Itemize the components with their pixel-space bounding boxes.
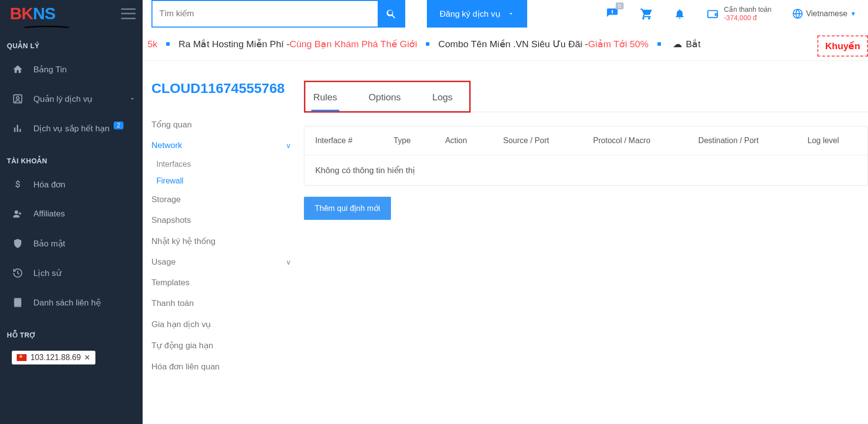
submenu-item-label: Network — [151, 141, 182, 151]
sidebar-item-label: Danh sách liên hệ — [33, 298, 101, 308]
bullet-icon — [426, 42, 429, 46]
svg-point-1 — [16, 96, 19, 99]
group-add-icon — [11, 207, 25, 221]
sidebar-item-label: Hóa đơn — [33, 180, 65, 190]
close-icon[interactable]: ✕ — [84, 353, 90, 362]
sidebar-item-label: Bảo mật — [33, 239, 65, 249]
submenu-item[interactable]: Storage — [151, 189, 304, 210]
sidebar-item-label: Lịch sử — [33, 268, 61, 278]
news-ticker: 5k Ra Mắt Hosting Miễn Phí - Cùng Bạn Kh… — [143, 28, 868, 61]
search-input[interactable] — [151, 0, 378, 28]
submenu-item-label: Templates — [151, 278, 189, 288]
shield-icon — [11, 237, 25, 250]
history-icon — [11, 266, 25, 280]
ticker-item[interactable]: Combo Tên Miền .VN Siêu Ưu Đãi - — [438, 38, 588, 50]
contacts-icon — [11, 296, 25, 309]
account-box-icon — [11, 92, 25, 106]
sidebar-item-label: Affiliates — [33, 209, 65, 219]
submenu-item-label: Gia hạn dịch vụ — [151, 319, 211, 330]
sidebar-section-manage: QUẢN LÝ — [0, 28, 143, 55]
submenu-item[interactable]: Networkv — [151, 135, 304, 156]
home-icon — [11, 62, 25, 76]
submenu-item-label: Hóa đơn liên quan — [151, 362, 220, 372]
cart-icon[interactable] — [639, 7, 653, 21]
service-submenu: Tổng quanNetworkvInterfacesFirewallStora… — [151, 114, 304, 377]
svg-rect-5 — [14, 306, 22, 307]
bullet-icon — [658, 42, 661, 46]
add-rule-button[interactable]: Thêm qui định mới — [304, 197, 391, 220]
sidebar-item-invoices[interactable]: Hóa đơn — [0, 170, 143, 199]
language-label: Vietnamese — [806, 9, 847, 18]
menu-toggle-icon[interactable] — [121, 8, 136, 19]
sidebar-item-expiring[interactable]: Dịch vụ sắp hết hạn 2 — [0, 114, 143, 143]
submenu-item[interactable]: Thanh toán — [151, 293, 304, 314]
svg-rect-3 — [14, 299, 22, 306]
submenu-item[interactable]: Tổng quan — [151, 114, 304, 135]
submenu-item[interactable]: Snapshots — [151, 210, 304, 231]
tab-options[interactable]: Options — [367, 87, 403, 111]
sidebar-item-dashboard[interactable]: Bảng Tin — [0, 55, 143, 84]
search-icon — [386, 8, 397, 20]
column-header: Destination / Port — [688, 126, 797, 155]
top-bar: Đăng ký dịch vụ 0 Cần thanh toán — [143, 0, 868, 28]
ip-address-text: 103.121.88.69 — [30, 353, 81, 362]
ip-address-pill[interactable]: 103.121.88.69 ✕ — [12, 351, 95, 364]
svg-point-2 — [15, 211, 18, 214]
sidebar-item-affiliates[interactable]: Affiliates — [0, 199, 143, 229]
submenu-item[interactable]: Nhật ký hệ thống — [151, 231, 304, 252]
submenu-sub-item[interactable]: Firewall — [156, 173, 304, 189]
submenu-item-label: Tự động gia hạn — [151, 340, 213, 351]
ticker-item[interactable]: Ra Mắt Hosting Miễn Phí - — [179, 38, 290, 50]
sidebar-item-contacts[interactable]: Danh sách liên hệ — [0, 288, 143, 317]
balance-widget[interactable]: Cần thanh toán -374,000 đ — [706, 5, 772, 22]
sidebar-item-label: Bảng Tin — [33, 64, 67, 75]
rules-table: Interface #TypeActionSource / PortProtoc… — [304, 126, 868, 186]
sidebar-item-label: Quản lý dịch vụ — [33, 94, 93, 104]
search-button[interactable] — [378, 0, 405, 28]
expand-icon: v — [287, 258, 290, 266]
submenu-sub-item[interactable]: Interfaces — [156, 156, 304, 173]
chevron-down-icon: ▼ — [850, 10, 856, 17]
bell-icon[interactable] — [674, 8, 686, 20]
submenu-item[interactable]: Usagev — [151, 252, 304, 273]
chart-icon — [11, 121, 25, 135]
submenu-item[interactable]: Gia hạn dịch vụ — [151, 314, 304, 335]
ticker-item[interactable]: Bắt — [686, 38, 701, 50]
submenu-item-label: Storage — [151, 195, 181, 205]
wallet-icon — [706, 7, 719, 20]
logo[interactable]: BKNS — [10, 4, 55, 23]
register-label: Đăng ký dịch vụ — [440, 9, 501, 19]
submenu-item-label: Thanh toán — [151, 299, 194, 308]
submenu-item[interactable]: Templates — [151, 273, 304, 293]
column-header: Interface # — [304, 126, 383, 155]
submenu-item-label: Nhật ký hệ thống — [151, 236, 215, 246]
balance-amount: -374,000 đ — [724, 14, 772, 22]
promo-box[interactable]: Khuyến — [817, 35, 868, 57]
tab-rules[interactable]: Rules — [311, 87, 339, 111]
sidebar-item-label: Dịch vụ sắp hết hạn — [33, 123, 110, 134]
language-selector[interactable]: Vietnamese ▼ — [792, 8, 856, 19]
ticker-highlight: Giảm Tới 50% — [588, 38, 649, 50]
register-service-button[interactable]: Đăng ký dịch vụ — [427, 0, 527, 28]
sidebar-item-history[interactable]: Lịch sử — [0, 258, 143, 288]
ticker-highlight: Cùng Bạn Khám Phá Thế Giới — [290, 38, 418, 50]
submenu-item[interactable]: Hóa đơn liên quan — [151, 356, 304, 377]
sidebar-item-security[interactable]: Bảo mật — [0, 229, 143, 258]
submenu-item-label: Usage — [151, 257, 176, 267]
dollar-icon — [11, 178, 25, 191]
logo-part2: NS — [33, 4, 55, 23]
globe-icon — [792, 8, 803, 19]
sidebar-section-account: TÀI KHOẢN — [0, 143, 143, 170]
main-sidebar: BKNS QUẢN LÝ Bảng Tin Quản lý dịch vụ Dị… — [0, 0, 143, 424]
announcements-icon[interactable]: 0 — [606, 7, 619, 20]
column-header: Log level — [797, 126, 868, 155]
cloud-icon: ☁ — [673, 38, 682, 50]
sidebar-item-services[interactable]: Quản lý dịch vụ — [0, 84, 143, 114]
submenu-item[interactable]: Tự động gia hạn — [151, 335, 304, 356]
svg-rect-4 — [14, 298, 22, 299]
column-header: Type — [383, 126, 434, 155]
tab-logs[interactable]: Logs — [430, 87, 454, 111]
column-header: Action — [434, 126, 492, 155]
bullet-icon — [166, 42, 170, 46]
chevron-down-icon — [508, 10, 514, 17]
